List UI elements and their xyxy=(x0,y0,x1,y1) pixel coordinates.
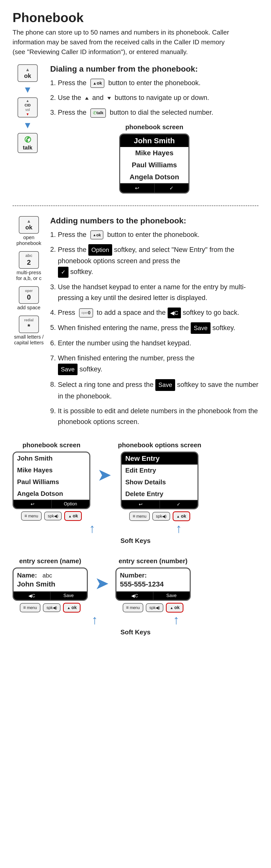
hw-ok-btn-right[interactable]: ▲ ok xyxy=(173,512,190,521)
dial-steps: 1. Press the ▲ok button to enter the pho… xyxy=(50,78,259,118)
options-hw-btns: ≡ menu spk◀) ▲ ok xyxy=(129,512,190,521)
redial-star-btn[interactable]: redial * xyxy=(19,315,39,333)
entry-name-label: entry screen (name) xyxy=(19,557,81,565)
step-content-2: Use the and buttons to navigate up or do… xyxy=(58,92,259,103)
hw-menu-entry-name[interactable]: ≡ menu xyxy=(20,603,40,612)
add-step-6: 6. Enter the number using the handset ke… xyxy=(50,338,259,349)
add-step-num-4: 4. xyxy=(50,307,56,318)
check-badge-step2: ✓ xyxy=(58,267,69,277)
open-phonebook-item: ▲ ok open phonebook xyxy=(12,216,45,246)
add-step-num-5: 5. xyxy=(50,322,56,333)
add-step-num-1: 1. xyxy=(50,229,56,240)
big-option-2: Show Details xyxy=(122,476,197,488)
ok-button-top[interactable]: ▲ ok xyxy=(18,64,38,82)
phonebook-screen-section: phonebook screen John Smith Mike Hayes P… xyxy=(50,123,259,195)
entry-name-col: entry screen (name) Name: abc John Smith… xyxy=(12,557,88,613)
add-step-8: 8. Select a ring tone and press the Save… xyxy=(50,379,259,402)
entry-name-inner: Name: abc John Smith xyxy=(13,568,87,591)
hw-ok-entry-name[interactable]: ▲ ok xyxy=(63,603,81,613)
dial-step-1: 1. Press the ▲ok button to enter the pho… xyxy=(50,78,259,88)
entry-number-softkey-save: Save xyxy=(153,592,190,600)
entry-name-softkeys: ◀C Save xyxy=(13,591,87,600)
phonebook-screen-col: phonebook screen John Smith Mike Hayes P… xyxy=(12,441,90,521)
hw-ok-entry-number[interactable]: ▲ ok xyxy=(166,603,184,613)
dial-section: ▲ ok ▼ ▲ CID vol ▼ ▼ ✆ talk Dialing a nu… xyxy=(12,64,259,195)
entry-number-softkey-backc: ◀C xyxy=(116,592,153,600)
entry-number-inner: Number: 555-555-1234 xyxy=(116,568,190,591)
dial-right-col: Dialing a number from the phonebook: 1. … xyxy=(50,64,259,195)
add-step-3: 3. Use the handset keypad to enter a nam… xyxy=(50,282,259,303)
entry-number-label: entry screen (number) xyxy=(119,557,188,565)
hw-menu-btn-right[interactable]: ≡ menu xyxy=(129,512,150,521)
add-space-label: add space xyxy=(17,305,40,311)
hw-menu-btn[interactable]: ≡ menu xyxy=(21,512,42,521)
add-step-content-7: When finished entering the number, press… xyxy=(58,353,259,375)
add-step-4: 4. Press oper0 to add a space and the ◀C… xyxy=(50,307,259,318)
entry-two-screens: entry screen (name) Name: abc John Smith… xyxy=(12,557,259,613)
hw-spk-entry-name[interactable]: spk◀) xyxy=(43,603,60,612)
cid-vol-button[interactable]: ▲ CID vol ▼ xyxy=(18,97,38,118)
add-step-content-5: When finished entering the name, press t… xyxy=(58,322,259,334)
hw-spk-btn-right[interactable]: spk◀) xyxy=(152,512,170,521)
big-softkey-option[interactable]: Option xyxy=(52,500,89,508)
bottom-two-screens: phonebook screen John Smith Mike Hayes P… xyxy=(12,441,259,521)
big-options-softkeys: ↩ ✓ xyxy=(122,500,197,508)
soft-keys-text-top: Soft Keys xyxy=(120,537,151,545)
arrow-down-1: ▼ xyxy=(23,84,32,95)
entry-name-title: Name: abc xyxy=(17,571,83,579)
intro-text: The phone can store up to 50 names and n… xyxy=(12,28,238,57)
add-step-content-8: Select a ring tone and press the Save so… xyxy=(58,379,259,402)
ok-inline-btn-add: ▲ok xyxy=(90,230,104,240)
big-options-screen: New Entry Edit Entry Show Details Delete… xyxy=(121,452,198,509)
big-option-softkey-check: ✓ xyxy=(160,500,198,508)
hw-spk-entry-number[interactable]: spk◀) xyxy=(146,603,163,612)
hw-menu-entry-number[interactable]: ≡ menu xyxy=(123,603,143,612)
hw-spk-btn[interactable]: spk◀) xyxy=(44,512,62,520)
big-softkey-back: ↩ xyxy=(13,500,52,508)
phonebook-screen-col-label: phonebook screen xyxy=(22,441,80,449)
add-step-num-6: 6. xyxy=(50,338,56,349)
screen-softkeys: ↩ ✓ xyxy=(120,183,188,193)
open-phonebook-label: open phonebook xyxy=(12,235,45,246)
dial-step-2: 2. Use the and buttons to navigate up or… xyxy=(50,92,259,103)
add-heading: Adding numbers to the phonebook: xyxy=(50,216,259,225)
entry-name-value: John Smith xyxy=(17,580,83,588)
hw-ok-btn-left[interactable]: ▲ ok xyxy=(64,511,82,521)
multi-press-btn[interactable]: abc 2 xyxy=(19,251,39,269)
add-step-num-2: 2. xyxy=(50,244,56,255)
soft-keys-arrows-bottom: ↑ ↑ xyxy=(12,613,259,627)
phonebook-inline-btn: ▲ok xyxy=(90,79,105,88)
talk-button[interactable]: ✆ talk xyxy=(18,133,38,153)
tri-up-icon xyxy=(85,97,88,100)
screen-softkey-back: ↩ xyxy=(120,184,155,193)
ok-open-phonebook-btn[interactable]: ▲ ok xyxy=(19,216,39,234)
big-option-softkey-back: ↩ xyxy=(122,500,160,508)
page-container: Phonebook The phone can store up to 50 n… xyxy=(0,0,271,646)
add-step-content-3: Use the handset keypad to enter a name f… xyxy=(58,282,259,303)
add-step-content-2: Press the Option softkey, and select "Ne… xyxy=(58,244,259,278)
big-option-0: New Entry xyxy=(122,453,197,465)
entry-screens-section: entry screen (name) Name: abc John Smith… xyxy=(12,557,259,636)
soft-keys-label-bottom: Soft Keys xyxy=(12,628,259,636)
bottom-screens-section: phonebook screen John Smith Mike Hayes P… xyxy=(12,441,259,545)
add-step-9: 9. It is possible to edit and delete num… xyxy=(50,406,259,427)
add-step-7: 7. When finished entering the number, pr… xyxy=(50,353,259,375)
add-step-content-4: Press oper0 to add a space and the ◀C so… xyxy=(58,307,259,318)
big-phonebook-softkeys: ↩ Option xyxy=(13,500,89,508)
soft-keys-arrows-top: ↑ ↑ xyxy=(12,521,259,536)
entry-name-hw-btns: ≡ menu spk◀) ▲ ok xyxy=(20,603,81,613)
dial-left-col: ▲ ok ▼ ▲ CID vol ▼ ▼ ✆ talk xyxy=(12,64,43,195)
oper-zero-btn[interactable]: oper 0 xyxy=(19,286,39,304)
screen-entry-3: Angela Dotson xyxy=(120,171,188,183)
screen-softkey-check: ✓ xyxy=(155,184,189,193)
arrow-right-screens: ➤ xyxy=(98,466,110,484)
add-section: ▲ ok open phonebook abc 2 multi-press fo… xyxy=(12,216,259,432)
step-num-2: 2. xyxy=(50,92,56,103)
option-badge: Option xyxy=(88,244,112,256)
entry-number-title: Number: xyxy=(120,571,186,579)
screen-entry-1: Mike Hayes xyxy=(120,147,188,159)
add-step-1: 1. Press the ▲ok button to enter the pho… xyxy=(50,229,259,240)
dial-step-3: 3. Press the ✆talk button to dial the se… xyxy=(50,107,259,118)
options-screen-col-label: phonebook options screen xyxy=(118,441,201,449)
oper0-inline-btn: oper0 xyxy=(79,308,93,317)
